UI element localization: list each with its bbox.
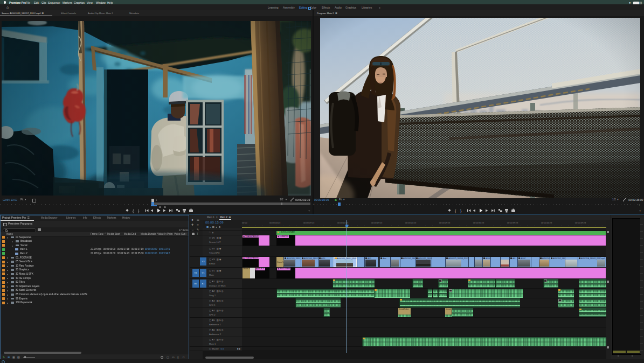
svg-text:}: } — [138, 209, 140, 213]
svg-text:{: { — [455, 209, 456, 213]
svg-text:}: } — [460, 209, 462, 213]
svg-text:{: { — [133, 209, 134, 213]
